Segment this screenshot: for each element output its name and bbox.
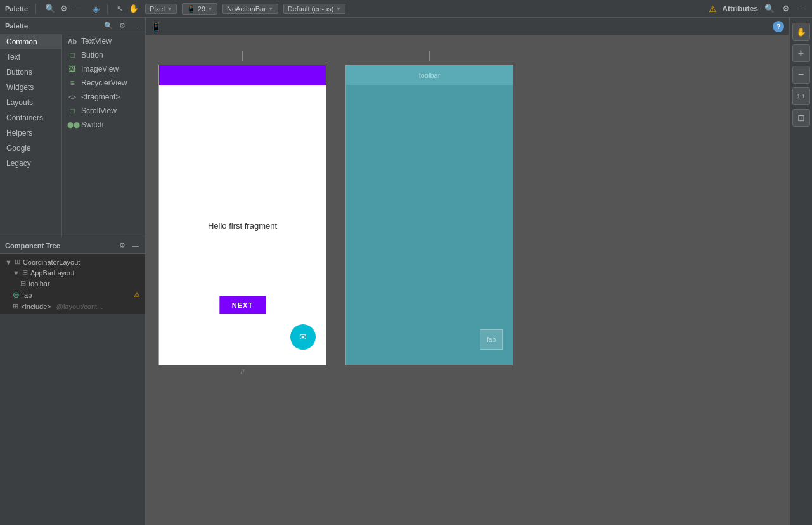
palette-item-button[interactable]: □ Button xyxy=(62,48,145,62)
palette-item-scrollview[interactable]: □ ScrollView xyxy=(62,104,145,118)
fab-add-icon: ⊕ xyxy=(13,290,20,300)
phone2-toolbar: toolbar xyxy=(346,65,513,85)
count-selector[interactable]: 📱 29 ▼ xyxy=(182,3,217,15)
help-button[interactable]: ? xyxy=(773,21,784,32)
category-text[interactable]: Text xyxy=(0,49,61,65)
top-bar: Palette 🔍 ⚙ — ◈ ↖ ✋ Pixel ▼ 📱 29 ▼ NoAct… xyxy=(0,0,812,18)
device-view-icon: 📱 xyxy=(151,22,162,32)
switch-icon: ⬤⬤ xyxy=(67,122,77,128)
palette-gear-btn[interactable]: ⚙ xyxy=(118,20,127,31)
imageview-icon: 🖼 xyxy=(67,65,77,73)
minimize-icon-btn[interactable]: — xyxy=(72,3,82,15)
tree-gear-btn[interactable]: ⚙ xyxy=(118,240,127,251)
fab-warning-icon: ⚠ xyxy=(134,291,140,299)
toolbar-text: toolbar xyxy=(419,72,441,79)
divider1 xyxy=(35,4,36,14)
phone2-frame: toolbar fab xyxy=(345,65,513,365)
hello-text: Hello first fragment xyxy=(208,220,277,230)
phone1-purple-bar xyxy=(159,65,326,85)
right-toolbar: ✋ + − 1:1 ⊡ xyxy=(789,18,812,525)
recyclerview-label: RecyclerView xyxy=(81,79,127,87)
zoom-out-btn[interactable]: − xyxy=(792,66,810,84)
palette-item-fragment[interactable]: <> <fragment> xyxy=(62,90,145,104)
palette-item-recyclerview[interactable]: ≡ RecyclerView xyxy=(62,76,145,90)
chevron-nav-icon: ▼ xyxy=(268,6,274,12)
zoom-in-icon: + xyxy=(798,47,804,59)
palette-label: Palette xyxy=(5,5,28,13)
no-action-bar-selector[interactable]: NoActionBar ▼ xyxy=(222,4,278,14)
attributes-label: Attributes xyxy=(722,4,758,13)
design-icon: ◈ xyxy=(93,4,100,14)
tree-minimize-btn[interactable]: — xyxy=(131,240,140,251)
tree-item-fab[interactable]: ⊕ fab ⚠ xyxy=(0,289,145,301)
appbar-icon: ⊟ xyxy=(22,269,28,277)
category-common[interactable]: Common xyxy=(0,34,61,49)
panning-icon-btn[interactable]: ✋ xyxy=(127,3,140,15)
selector-icons: ↖ ✋ xyxy=(115,3,140,15)
phone1-content: Hello first fragment NEXT ✉ xyxy=(159,85,326,365)
imageview-label: ImageView xyxy=(81,65,119,73)
palette-item-textview[interactable]: Ab TextView xyxy=(62,34,145,48)
phone-mockup-2: toolbar fab xyxy=(345,49,513,365)
resize-handle-bottom: // xyxy=(240,368,244,376)
select-icon-btn[interactable]: ↖ xyxy=(115,3,125,15)
device-icon: 📱 xyxy=(186,4,196,13)
tree-item-appbar[interactable]: ▼ ⊟ AppBarLayout xyxy=(0,267,145,278)
ratio-btn[interactable]: 1:1 xyxy=(792,87,810,105)
canvas-area: 📱 ? Hello first fragment NEXT ✉ // xyxy=(146,18,789,525)
button-icon: □ xyxy=(67,51,77,60)
hand-tool-btn[interactable]: ✋ xyxy=(792,23,810,41)
category-widgets[interactable]: Widgets xyxy=(0,80,61,95)
fragment-icon: <> xyxy=(67,94,77,101)
appbar-label: AppBarLayout xyxy=(30,269,75,277)
locale-selector[interactable]: Default (en-us) ▼ xyxy=(283,4,346,14)
gear-icon-btn[interactable]: ⚙ xyxy=(59,3,69,15)
phone1-frame: Hello first fragment NEXT ✉ xyxy=(158,65,326,365)
component-tree-header: Component Tree ⚙ — xyxy=(0,237,145,254)
next-button[interactable]: NEXT xyxy=(219,296,266,314)
no-action-bar-label: NoActionBar xyxy=(227,5,266,13)
recyclerview-icon: ≡ xyxy=(67,79,77,87)
fab-button-1[interactable]: ✉ xyxy=(290,324,316,350)
palette-search-btn[interactable]: 🔍 xyxy=(103,20,114,31)
zoom-out-icon: − xyxy=(798,69,804,80)
category-layouts[interactable]: Layouts xyxy=(0,95,61,110)
textview-icon: Ab xyxy=(67,37,77,45)
main-container: Palette 🔍 ⚙ — Common Text Buttons Widget… xyxy=(0,18,812,525)
appbar-expand-icon: ▼ xyxy=(13,269,20,277)
category-buttons[interactable]: Buttons xyxy=(0,65,61,80)
textview-label: TextView xyxy=(81,37,112,46)
gear-attrs-btn[interactable]: ⚙ xyxy=(781,3,791,15)
palette-minimize-btn[interactable]: — xyxy=(131,20,140,31)
include-secondary: @layout/cont... xyxy=(56,303,103,310)
component-tree-title: Component Tree xyxy=(5,242,60,250)
category-google[interactable]: Google xyxy=(0,141,61,156)
category-legacy[interactable]: Legacy xyxy=(0,156,61,171)
search-attrs-btn[interactable]: 🔍 xyxy=(763,3,776,15)
locale-label: Default (en-us) xyxy=(288,5,334,13)
fit-icon: ⊡ xyxy=(797,113,805,123)
tree-item-include[interactable]: ⊞ <include> @layout/cont... xyxy=(0,301,145,312)
category-containers[interactable]: Containers xyxy=(0,110,61,125)
pixel-selector[interactable]: Pixel ▼ xyxy=(145,4,177,14)
palette-item-imageview[interactable]: 🖼 ImageView xyxy=(62,62,145,76)
tree-item-toolbar[interactable]: ⊟ toolbar xyxy=(0,278,145,289)
count-label: 29 xyxy=(198,5,205,13)
toolbar-icon: ⊟ xyxy=(20,279,26,288)
top-bar-left: 🔍 ⚙ — xyxy=(44,3,82,15)
pixel-label: Pixel xyxy=(150,5,165,13)
minimize-attrs-btn[interactable]: — xyxy=(796,3,807,15)
scrollview-icon: □ xyxy=(67,106,77,115)
palette-item-switch[interactable]: ⬤⬤ Switch xyxy=(62,118,145,132)
fit-btn[interactable]: ⊡ xyxy=(792,109,810,127)
tree-header-icons: ⚙ — xyxy=(118,240,140,251)
hand-icon: ✋ xyxy=(796,27,806,37)
zoom-in-btn[interactable]: + xyxy=(792,44,810,62)
tree-item-coordinator[interactable]: ▼ ⊞ CoordinatorLayout xyxy=(0,256,145,267)
coordinator-layout-icon: ⊞ xyxy=(15,258,20,266)
chevron-count-icon: ▼ xyxy=(207,6,213,12)
search-icon-btn[interactable]: 🔍 xyxy=(44,3,56,15)
top-bar-right: ⚠ Attributes 🔍 ⚙ — xyxy=(709,3,807,15)
category-helpers[interactable]: Helpers xyxy=(0,125,61,141)
fab-button-2[interactable]: fab xyxy=(480,329,503,350)
